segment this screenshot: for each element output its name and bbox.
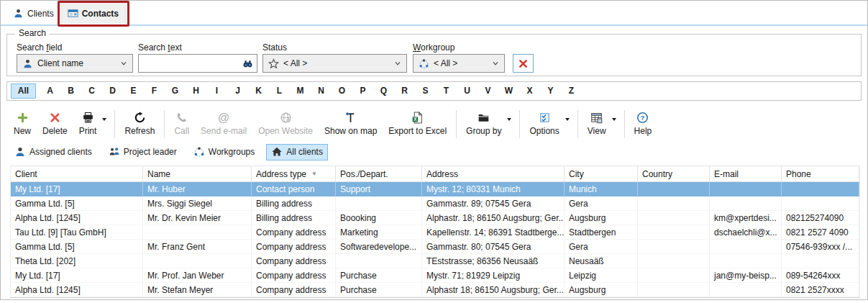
cell-address_type[interactable]: Company address [252,283,336,297]
cell-client[interactable]: Gamma Ltd. [5] [11,196,143,211]
cell-pos_depart[interactable]: Support [336,182,422,196]
tab-contacts[interactable]: Contacts [61,3,126,24]
cell-name[interactable]: Mr. Dr. Kevin Meier [143,211,252,225]
cell-address[interactable]: Alphastr. 18; 86150 Augsburg; Ger... [422,211,565,225]
alphabet-d[interactable]: D [102,83,123,99]
cell-phone[interactable]: 0821 2527 4090 [782,225,859,240]
alphabet-c[interactable]: C [81,83,102,99]
table-row[interactable]: Gamma Ltd. [5]Mrs. Siggi SiegelBilling a… [11,196,859,211]
group-by-button[interactable]: Group by [460,108,507,140]
column-header-city[interactable]: City [565,166,638,181]
cell-country[interactable] [638,240,710,254]
export-to-excel-button[interactable]: XExport to Excel [383,108,452,140]
cell-address[interactable]: Mystr. 12; 80331 Munich [422,182,565,196]
column-header-address[interactable]: Address [422,166,565,181]
cell-client[interactable]: My Ltd. [17] [11,268,143,283]
show-on-map-button[interactable]: Show on map [319,108,383,140]
alphabet-l[interactable]: L [269,83,290,99]
cell-address_type[interactable]: Company address [252,268,336,283]
cell-email[interactable] [710,254,782,268]
cell-phone[interactable] [782,254,859,268]
status-combo[interactable]: < All > [262,54,407,73]
alphabet-p[interactable]: P [352,83,373,99]
alphabet-g[interactable]: G [165,83,186,99]
cell-pos_depart[interactable]: Purchase [336,283,422,297]
clear-filter-button[interactable] [513,54,534,73]
view-button[interactable]: View [582,108,612,140]
filter-assigned-clients[interactable]: Assigned clients [9,144,97,160]
cell-client[interactable]: Tau Ltd. [9] [Tau GmbH] [11,225,143,240]
alphabet-k[interactable]: K [248,83,269,99]
cell-country[interactable] [638,196,710,211]
cell-city[interactable]: Augsburg [565,283,638,297]
column-header-phone[interactable]: Phone [782,166,859,181]
cell-city[interactable]: Gera [565,240,638,254]
options-button[interactable]: Options [524,108,565,140]
alphabet-b[interactable]: B [60,83,81,99]
cell-country[interactable] [638,182,710,196]
cell-email[interactable] [710,182,782,196]
alphabet-q[interactable]: Q [373,83,394,99]
alphabet-n[interactable]: N [311,83,332,99]
cell-pos_depart[interactable] [336,196,422,211]
group-by-dropdown-arrow[interactable] [507,108,516,140]
cell-address_type[interactable]: Contact person [252,182,336,196]
cell-phone[interactable]: 089-54264xxx [782,268,859,283]
cell-address[interactable]: Gammastr. 89; 07545 Gera [422,196,565,211]
cell-phone[interactable]: 0821 2527xxxx [782,283,859,297]
cell-address[interactable]: TEststrasse; 86356 Neusaäß [422,254,565,268]
cell-client[interactable]: Alpha Ltd. [1245] [11,283,143,297]
cell-pos_depart[interactable]: Softwaredevelope... [336,240,422,254]
help-button[interactable]: ?Help [629,108,658,140]
refresh-button[interactable]: Refresh [119,108,160,140]
alphabet-y[interactable]: Y [540,83,561,99]
alphabet-w[interactable]: W [498,83,519,99]
alphabet-f[interactable]: F [144,83,165,99]
alphabet-e[interactable]: E [123,83,144,99]
alphabet-v[interactable]: V [478,83,498,99]
cell-country[interactable] [638,283,710,297]
cell-city[interactable]: Gera [565,196,638,211]
cell-address_type[interactable]: Company address [252,240,336,254]
alphabet-j[interactable]: J [227,83,248,99]
cell-name[interactable]: Mr. Franz Gent [143,240,252,254]
cell-email[interactable]: dschaelchli@x... [710,225,782,240]
table-row[interactable]: Tau Ltd. [9] [Tau GmbH]Company addressMa… [11,225,859,240]
cell-name[interactable]: Mr. Prof. Jan Weber [143,268,252,283]
filter-project-leader[interactable]: Project leader [104,144,182,160]
cell-address[interactable]: Gammastr. 80; 07545 Gera [422,240,565,254]
tab-clients[interactable]: Clients [6,3,61,24]
print-dropdown-arrow[interactable] [102,108,111,140]
cell-pos_depart[interactable] [336,254,422,268]
alphabet-z[interactable]: Z [561,83,582,99]
cell-phone[interactable]: 07546-939xxx /... [782,240,859,254]
table-row[interactable]: Alpha Ltd. [1245]Mr. Dr. Kevin MeierBill… [11,211,859,225]
alphabet-i[interactable]: I [206,83,227,99]
column-header-address_type[interactable]: Address type▼ [252,166,336,181]
cell-email[interactable] [710,283,782,297]
cell-address_type[interactable]: Company address [252,254,336,268]
alphabet-m[interactable]: M [290,83,311,99]
cell-name[interactable]: Mr. Huber [143,182,252,196]
cell-pos_depart[interactable]: Boooking [336,211,422,225]
cell-address[interactable]: Kapellenstr. 14; 86391 Stadtberge... [422,225,565,240]
table-row[interactable]: Alpha Ltd. [1245]Mr. Stefan MeyerCompany… [11,283,859,297]
view-dropdown-arrow[interactable] [612,108,621,140]
cell-email[interactable] [710,196,782,211]
cell-address_type[interactable]: Billing address [252,196,336,211]
table-row[interactable]: My Ltd. [17]Mr. HuberContact personSuppo… [11,182,859,196]
cell-address_type[interactable]: Billing address [252,211,336,225]
alphabet-h[interactable]: H [186,83,206,99]
cell-name[interactable]: Mrs. Siggi Siegel [143,196,252,211]
workgroup-combo[interactable]: < All > [413,54,505,73]
alphabet-t[interactable]: T [436,83,457,99]
cell-name[interactable] [143,254,252,268]
cell-city[interactable]: Augsburg [565,211,638,225]
cell-client[interactable]: Alpha Ltd. [1245] [11,211,143,225]
alphabet-o[interactable]: O [332,83,352,99]
cell-phone[interactable]: 082125274090 [782,211,859,225]
search-text-input[interactable] [142,58,242,69]
alphabet-x[interactable]: X [519,83,540,99]
column-header-pos_depart[interactable]: Pos./Depart. [336,166,422,181]
cell-client[interactable]: Theta Ltd. [202] [11,254,143,268]
